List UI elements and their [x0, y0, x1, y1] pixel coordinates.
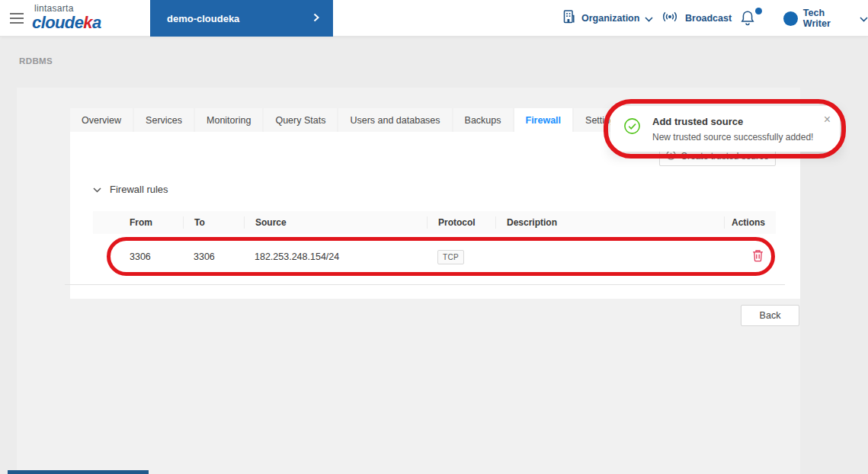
firewall-rules-table: From To Source Protocol Description Acti…	[93, 211, 776, 280]
section-title: Firewall rules	[110, 184, 168, 195]
column-header-description: Description	[495, 216, 724, 229]
hamburger-menu-icon[interactable]	[10, 0, 28, 37]
cell-actions	[724, 248, 776, 266]
toast-message: New trusted source successfully added!	[652, 132, 824, 143]
protocol-badge: TCP	[437, 250, 464, 264]
notification-badge-dot	[755, 8, 762, 14]
organization-building-icon	[562, 9, 576, 27]
bottom-edge-bar	[8, 470, 149, 474]
logo-accent-letter: k	[83, 13, 92, 32]
chevron-down-icon	[645, 11, 653, 25]
broadcast-icon	[660, 11, 680, 26]
column-header-protocol: Protocol	[427, 216, 495, 229]
chevron-down-icon	[860, 11, 868, 25]
cell-source: 182.253.248.154/24	[244, 251, 427, 262]
column-header-actions: Actions	[724, 216, 776, 229]
logo-company-text: lintasarta	[34, 4, 101, 13]
column-header-to: To	[183, 216, 244, 229]
cell-to: 3306	[183, 251, 244, 262]
table-header-row: From To Source Protocol Description Acti…	[93, 211, 776, 234]
project-selector[interactable]: demo-cloudeka	[150, 0, 333, 37]
delete-rule-button[interactable]	[751, 248, 765, 266]
plus-circle-icon	[666, 150, 676, 162]
logo-brand-text: cloudeka	[32, 14, 101, 31]
broadcast-label: Broadcast	[685, 13, 732, 24]
tab-bar: Overview Services Monitoring Query Stats…	[70, 108, 631, 132]
chevron-down-icon	[93, 182, 101, 196]
toast-notification: Add trusted source New trusted source su…	[610, 106, 840, 152]
column-header-from: From	[93, 216, 183, 229]
tab-query-stats[interactable]: Query Stats	[264, 108, 337, 132]
divider	[65, 284, 785, 285]
organization-label: Organization	[581, 13, 639, 24]
organization-menu[interactable]: Organization	[562, 0, 653, 37]
tab-overview[interactable]: Overview	[70, 108, 133, 132]
tab-monitoring[interactable]: Monitoring	[195, 108, 262, 132]
tab-services[interactable]: Services	[134, 108, 194, 132]
tab-backups[interactable]: Backups	[453, 108, 513, 132]
tab-users-and-databases[interactable]: Users and databases	[338, 108, 451, 132]
column-header-source: Source	[244, 216, 427, 229]
firewall-card: Create trusted source Firewall rules Fro…	[70, 132, 800, 299]
user-menu[interactable]: Tech Writer	[783, 0, 868, 37]
notifications-button[interactable]	[740, 0, 757, 37]
top-bar: lintasarta cloudeka demo-cloudeka	[0, 0, 868, 37]
cell-protocol: TCP	[427, 250, 495, 264]
back-button[interactable]: Back	[741, 305, 799, 326]
tab-firewall[interactable]: Firewall	[514, 108, 573, 132]
cell-from: 3306	[93, 251, 183, 262]
success-check-icon	[623, 117, 641, 138]
table-row: 3306 3306 182.253.248.154/24 TCP	[93, 234, 776, 280]
bell-icon	[740, 16, 755, 29]
project-name: demo-cloudeka	[167, 13, 239, 24]
app-window: lintasarta cloudeka demo-cloudeka	[0, 0, 868, 474]
toast-title: Add trusted source	[652, 116, 824, 127]
chevron-right-icon	[313, 11, 319, 25]
avatar	[783, 11, 798, 26]
toast-close-icon[interactable]: ×	[824, 114, 831, 125]
broadcast-menu[interactable]: Broadcast	[660, 0, 732, 37]
breadcrumb: RDBMS	[19, 56, 53, 66]
firewall-rules-section-toggle[interactable]: Firewall rules	[93, 182, 168, 196]
cloudeka-logo[interactable]: lintasarta cloudeka	[32, 4, 101, 31]
trash-icon	[752, 253, 764, 264]
user-name: Tech Writer	[803, 8, 854, 29]
